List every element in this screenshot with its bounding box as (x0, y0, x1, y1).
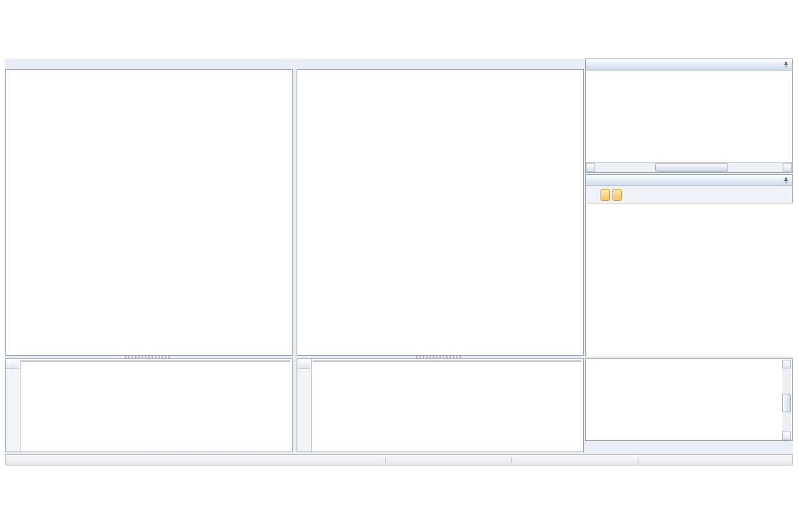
scroll-right-icon[interactable] (783, 163, 792, 172)
view-2d-button[interactable] (589, 189, 598, 201)
vertical-scrollbar[interactable] (782, 360, 791, 440)
application-window (5, 59, 793, 466)
pin-icon[interactable] (783, 61, 789, 68)
profile-chart-panel (5, 69, 293, 356)
subsidiary-lines-button[interactable] (612, 189, 622, 201)
scroll-track[interactable] (595, 163, 783, 172)
collapse-strip-button[interactable] (6, 359, 19, 369)
rectangular-raster-table (313, 360, 581, 362)
document-explorer-header (586, 59, 792, 70)
colorbar-container (558, 70, 583, 355)
scroll-thumb[interactable] (782, 394, 791, 412)
abbott-chart-container (587, 203, 793, 356)
scroll-down-icon[interactable] (782, 432, 791, 440)
status-bar (5, 454, 793, 466)
surface-3d-panel (297, 69, 584, 356)
horizontal-scrollbar[interactable] (586, 162, 792, 172)
scroll-left-icon[interactable] (586, 163, 595, 172)
abbott-firestone-header (586, 175, 792, 186)
document-tree (586, 70, 792, 163)
scroll-thumb[interactable] (655, 163, 728, 172)
document-explorer-panel (585, 59, 793, 173)
linear-profile-table (21, 360, 290, 362)
surface-3d-view[interactable] (297, 70, 558, 355)
tab-navigation (556, 60, 579, 68)
height-colorbar (558, 70, 583, 355)
scroll-track[interactable] (782, 368, 791, 432)
side-strip (6, 359, 21, 452)
bottom-tab-strip (585, 442, 794, 453)
abbott-firestone-chart[interactable] (587, 203, 791, 355)
document-tab-strip (5, 59, 579, 69)
collapse-strip-button[interactable] (297, 359, 311, 369)
profile-chart[interactable] (6, 70, 292, 355)
screenshot-canvas (0, 0, 798, 532)
abbott-toolbar (586, 186, 792, 203)
pin-icon[interactable] (783, 177, 789, 184)
rectangular-raster-results-panel (297, 358, 584, 452)
abbott-firestone-panel (585, 174, 793, 356)
linear-profile-results-panel (5, 358, 293, 452)
view-3d-button[interactable] (600, 189, 610, 201)
side-strip (297, 359, 312, 452)
abbott-results-panel (585, 358, 793, 441)
scroll-up-icon[interactable] (782, 360, 791, 368)
